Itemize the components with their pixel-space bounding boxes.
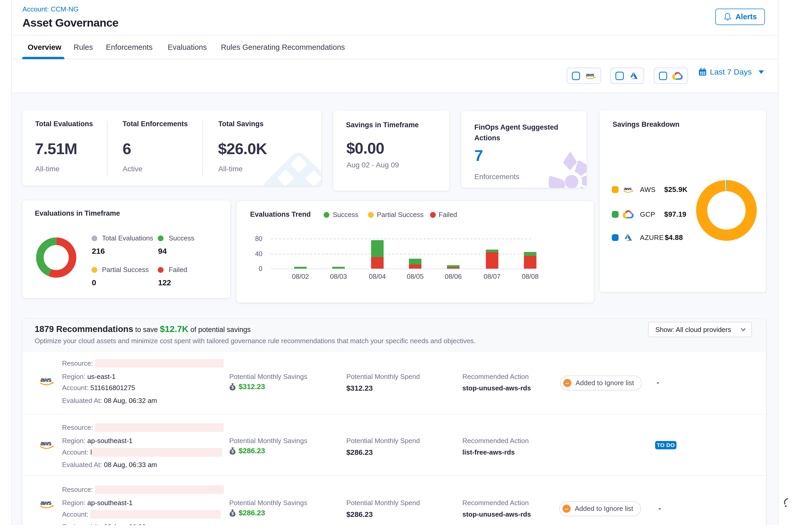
svg-text:aws: aws <box>40 440 52 447</box>
svg-text:aws: aws <box>40 376 52 383</box>
svg-text:aws: aws <box>40 499 52 506</box>
svg-text:$: $ <box>232 385 234 390</box>
svg-text:aws: aws <box>586 72 594 77</box>
svg-text:$: $ <box>232 511 234 516</box>
svg-text:aws: aws <box>624 186 632 191</box>
svg-text:$: $ <box>232 449 234 454</box>
